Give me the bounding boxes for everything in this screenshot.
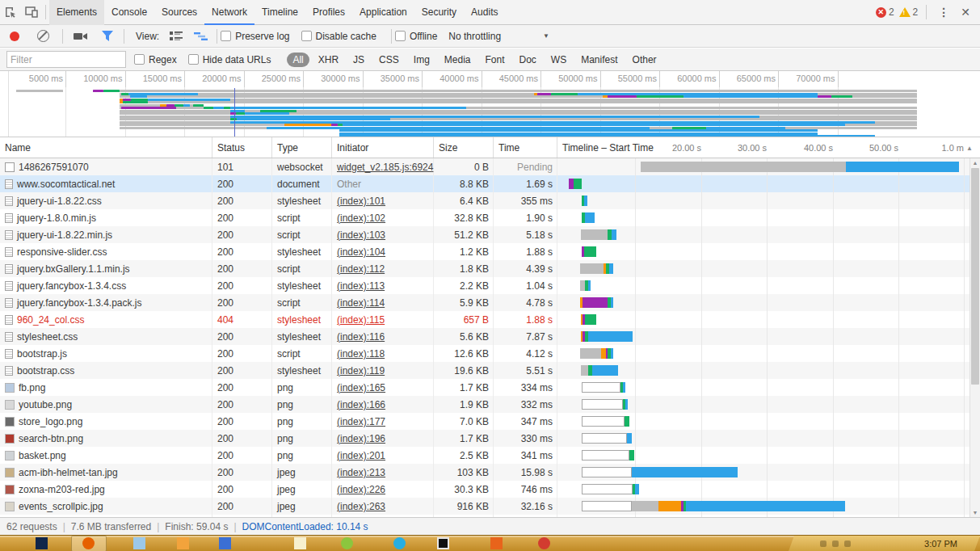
device-toolbar-icon[interactable] [21,2,42,22]
taskbar-icon-media-app[interactable] [133,537,145,549]
initiator-link[interactable]: (index):213 [337,467,385,478]
initiator-link[interactable]: (index):165 [337,382,385,393]
taskbar-icon-red-app[interactable] [538,537,550,549]
table-row[interactable]: jquery.fancybox-1.3.4.pack.js200script(i… [0,294,980,311]
table-row[interactable]: 1486267591070101websocketwidget_v2.185.j… [0,158,980,175]
initiator-link[interactable]: (index):177 [337,416,385,427]
table-row[interactable]: jquery-1.8.0.min.js200script(index):1023… [0,209,980,226]
table-row[interactable]: zoxna-m203-red.jpg200jpeg(index):22630.3… [0,481,980,498]
table-row[interactable]: stylesheet.css200stylesheet(index):1165.… [0,328,980,345]
filter-pill-manifest[interactable]: Manifest [575,53,623,67]
close-devtools-icon[interactable]: ✕ [957,6,974,19]
table-row[interactable]: bootstrap.js200script(index):11812.6 KB4… [0,345,980,362]
hide-data-urls-checkbox[interactable] [188,54,199,65]
column-header-timeline[interactable]: Timeline – Start Time20.00 s30.00 s40.00… [557,137,980,158]
initiator-link[interactable]: (index):196 [337,433,385,444]
column-header-name[interactable]: Name [0,137,212,158]
filter-pill-img[interactable]: Img [408,53,435,67]
initiator-link[interactable]: (index):226 [337,484,385,495]
initiator-link[interactable]: (index):201 [337,450,385,461]
filter-pill-all[interactable]: All [287,53,309,67]
table-row[interactable]: jquery.bxGallery.1.1.min.js200script(ind… [0,260,980,277]
table-row[interactable]: fb.png200png(index):1651.7 KB334 ms [0,379,980,396]
large-rows-icon[interactable] [170,32,183,41]
initiator-link[interactable]: (index):114 [337,297,385,309]
initiator-link[interactable]: widget_v2.185.js:6924 [337,162,433,173]
capture-screenshots-icon[interactable] [74,32,87,41]
initiator-link[interactable]: (index):112 [337,263,385,275]
taskbar-icon-photoshop[interactable] [36,537,48,549]
tab-profiles[interactable]: Profiles [305,0,352,25]
tab-timeline[interactable]: Timeline [254,0,305,25]
taskbar-icon-skype[interactable] [393,537,406,549]
table-row[interactable]: youtube.png200png(index):1661.9 KB332 ms [0,396,980,413]
taskbar-icon-notepad[interactable] [294,537,306,549]
inspect-element-icon[interactable] [0,2,21,22]
tab-security[interactable]: Security [414,0,464,25]
record-button[interactable] [10,32,19,41]
initiator-link[interactable]: (index):166 [337,399,385,410]
initiator-link[interactable]: (index):104 [337,246,385,258]
console-error-badge[interactable]: ✕ 2 [876,6,894,18]
initiator-link[interactable]: (index):113 [337,280,385,292]
taskbar-icon-firefox[interactable] [82,537,95,549]
taskbar-icon-console[interactable] [437,537,449,549]
tab-elements[interactable]: Elements [49,0,104,25]
scroll-up-icon[interactable]: ▲ [970,160,980,166]
tray-icon[interactable] [844,540,851,547]
taskbar-clock[interactable]: 3:07 PM [924,539,957,549]
initiator-link[interactable]: (index):102 [337,212,385,224]
table-row[interactable]: 960_24_col.css404stylesheet(index):11565… [0,311,980,328]
devtools-menu-icon[interactable]: ⋮ [935,6,953,19]
column-header-status[interactable]: Status [212,137,272,158]
taskbar-icon-green-app[interactable] [341,537,353,549]
console-warning-badge[interactable]: ! 2 [899,6,919,18]
throttling-dropdown[interactable]: No throttling ▼ [448,31,549,42]
table-row[interactable]: jquery-ui-1.8.22.css200stylesheet(index)… [0,192,980,209]
table-row[interactable]: jquery-ui-1.8.22.min.js200script(index):… [0,226,980,243]
filter-icon[interactable] [102,31,113,41]
tray-icon[interactable] [832,540,839,547]
taskbar-icon-powerpoint[interactable] [490,537,503,549]
tab-audits[interactable]: Audits [464,0,505,25]
filter-pill-ws[interactable]: WS [545,53,572,67]
tab-console[interactable]: Console [104,0,154,25]
column-header-time[interactable]: Time [494,137,557,158]
table-row[interactable]: acm-ibh-helmet-tan.jpg200jpeg(index):213… [0,464,980,481]
filter-pill-doc[interactable]: Doc [514,53,542,67]
column-header-type[interactable]: Type [272,137,332,158]
regex-checkbox[interactable] [134,54,145,65]
filter-pill-js[interactable]: JS [347,53,370,67]
clear-icon[interactable] [37,30,49,42]
filter-pill-font[interactable]: Font [480,53,511,67]
filter-pill-xhr[interactable]: XHR [313,53,344,67]
table-row[interactable]: store_logo.png200png(index):1777.0 KB347… [0,413,980,430]
column-header-initiator[interactable]: Initiator [332,137,434,158]
filter-pill-css[interactable]: CSS [373,53,405,67]
tab-application[interactable]: Application [352,0,414,25]
table-row[interactable]: events_scrollpic.jpg200jpeg(index):26391… [0,498,980,515]
tray-icon[interactable] [820,540,826,547]
vertical-scrollbar[interactable]: ▲▼ [969,158,980,517]
table-row[interactable]: bootstrap.css200stylesheet(index):11919.… [0,362,980,379]
disable-cache-checkbox[interactable] [301,31,312,41]
table-row[interactable]: responsive-slider.css200stylesheet(index… [0,243,980,260]
column-header-size[interactable]: Size [434,137,494,158]
initiator-link[interactable]: (index):101 [337,196,385,207]
initiator-link[interactable]: (index):263 [337,501,385,512]
table-row[interactable]: www.socomtactical.net200documentOther8.8… [0,175,980,192]
initiator-link[interactable]: (index):115 [337,314,385,326]
tab-sources[interactable]: Sources [154,0,204,25]
filter-pill-media[interactable]: Media [439,53,477,67]
offline-checkbox[interactable] [395,31,406,41]
initiator-link[interactable]: (index):103 [337,229,385,241]
scroll-down-icon[interactable]: ▼ [970,510,980,515]
tab-network[interactable]: Network [204,0,254,25]
show-overview-icon[interactable] [194,32,208,41]
taskbar-icon-explorer[interactable] [219,537,231,549]
initiator-link[interactable]: (index):119 [337,365,385,376]
initiator-link[interactable]: (index):118 [337,348,385,360]
filter-input[interactable] [6,51,126,68]
table-row[interactable]: basket.png200png(index):2012.5 KB341 ms [0,447,980,464]
network-overview[interactable]: 5000 ms10000 ms15000 ms20000 ms25000 ms3… [0,71,980,137]
